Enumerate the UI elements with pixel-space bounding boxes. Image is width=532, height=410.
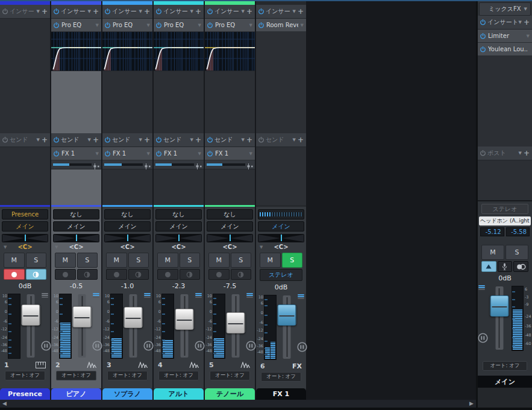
chevron-down-icon[interactable]: ▼ (96, 151, 99, 156)
channel-name-tab[interactable]: アルト (154, 388, 204, 400)
fader-db-value[interactable]: -7.5 (205, 282, 255, 291)
send-slot[interactable]: FX 1▼ (154, 147, 204, 160)
volume-fader[interactable] (123, 292, 143, 359)
insert-slot[interactable]: Pro EQ▼ (102, 19, 152, 32)
channel-mode-button[interactable]: ステレオ (260, 269, 302, 281)
power-icon[interactable] (258, 137, 264, 143)
automation-mode-button[interactable]: オート: オフ (158, 371, 199, 380)
power-icon[interactable] (207, 151, 213, 157)
chevron-down-icon[interactable]: ▼ (88, 9, 91, 14)
output-button[interactable]: メイン (258, 221, 304, 232)
channel-options-icon[interactable] (478, 285, 485, 290)
channel-mode-icon[interactable] (297, 342, 307, 355)
fader-cap[interactable] (22, 304, 40, 326)
peak-value-right[interactable]: -5.58 (506, 227, 530, 236)
automation-mode-button[interactable]: オート: オフ (210, 371, 250, 380)
send-level-slider[interactable] (51, 160, 101, 169)
volume-fader[interactable] (487, 284, 512, 352)
output-button[interactable]: メイン (104, 221, 151, 232)
power-icon[interactable] (207, 137, 213, 143)
power-icon[interactable] (156, 151, 161, 157)
fader-cap[interactable] (73, 306, 92, 327)
pan-value[interactable]: <C> (205, 243, 255, 251)
power-icon[interactable] (54, 137, 59, 143)
solo-button[interactable]: S (282, 253, 303, 268)
mute-button[interactable]: M (260, 253, 281, 268)
power-icon[interactable] (54, 8, 59, 14)
volume-fader[interactable] (174, 292, 195, 359)
output-button[interactable]: メイン (2, 221, 48, 232)
eq-curve-thumbnail[interactable] (205, 32, 255, 71)
channel-options-icon[interactable] (42, 293, 48, 298)
input-preset-button[interactable]: なし (104, 209, 151, 219)
pan-slider[interactable] (258, 234, 304, 242)
power-icon[interactable] (480, 33, 486, 39)
chevron-down-icon[interactable]: ▼ (249, 23, 252, 28)
monitor-button[interactable] (231, 269, 252, 280)
send-level-slider[interactable] (102, 160, 152, 169)
power-icon[interactable] (258, 22, 264, 28)
add-send-icon[interactable]: + (246, 137, 252, 143)
chevron-down-icon[interactable]: ▼ (519, 20, 522, 25)
send-fader-icon[interactable] (246, 163, 254, 170)
insert-slot[interactable]: Pro EQ▼ (205, 19, 255, 32)
add-post-icon[interactable]: + (524, 150, 530, 156)
channel-options-icon[interactable] (144, 293, 151, 298)
automation-mode-button[interactable]: オート: オフ (56, 371, 96, 380)
send-slot[interactable]: FX 1▼ (205, 147, 255, 160)
volume-fader[interactable] (20, 292, 41, 359)
chevron-down-icon[interactable]: ▼ (301, 23, 304, 28)
chevron-down-icon[interactable]: ▼ (519, 151, 522, 156)
fader-cap[interactable] (227, 312, 245, 333)
fader-cap[interactable] (175, 309, 194, 330)
solo-button[interactable]: S (128, 253, 149, 268)
add-insert-icon[interactable]: + (298, 8, 304, 14)
insert-slot[interactable]: Pro EQ▼ (154, 19, 204, 32)
input-preset-button[interactable]: なし (207, 209, 253, 219)
power-icon[interactable] (480, 150, 486, 156)
solo-button[interactable]: S (77, 253, 98, 268)
send-fader-icon[interactable] (93, 163, 100, 170)
stereo-pair-button[interactable] (513, 261, 528, 272)
volume-fader[interactable] (225, 292, 246, 359)
expand-triangle-icon[interactable]: ▼ (55, 245, 58, 250)
channel-options-icon[interactable] (93, 293, 99, 298)
chevron-down-icon[interactable]: ▼ (37, 9, 40, 14)
channel-options-icon[interactable] (298, 294, 304, 299)
add-send-icon[interactable]: + (42, 137, 48, 143)
power-icon[interactable] (2, 137, 8, 143)
mute-button[interactable]: M (157, 253, 178, 268)
power-icon[interactable] (207, 8, 213, 14)
power-icon[interactable] (480, 19, 486, 25)
mute-button[interactable]: M (4, 253, 25, 268)
add-send-icon[interactable]: + (93, 137, 99, 143)
power-icon[interactable] (105, 22, 110, 28)
pan-value[interactable]: <C> (154, 243, 204, 251)
input-preset-button[interactable]: Presence (2, 209, 48, 219)
insert-slot[interactable]: Youlean Lou.. (478, 43, 532, 56)
add-send-icon[interactable]: + (144, 137, 150, 143)
power-icon[interactable] (156, 137, 161, 143)
monitor-button[interactable] (26, 269, 47, 280)
record-arm-button[interactable] (4, 269, 25, 280)
monitor-button[interactable] (128, 269, 149, 280)
chevron-down-icon[interactable]: ▼ (147, 151, 150, 156)
channel-options-icon[interactable] (246, 293, 253, 298)
mute-button[interactable]: M (106, 253, 127, 268)
power-icon[interactable] (105, 151, 110, 157)
mute-button[interactable]: M (55, 253, 76, 268)
master-name-tab[interactable]: メイン (478, 376, 532, 388)
scroll-right-icon[interactable]: ▶ (469, 401, 474, 406)
send-level-slider[interactable] (154, 160, 204, 169)
channel-name-tab[interactable]: ソプラノ (102, 388, 152, 400)
power-icon[interactable] (258, 8, 264, 14)
pan-value[interactable]: ▼<C> (51, 243, 101, 251)
eq-curve-thumbnail[interactable] (51, 32, 101, 71)
input-preset-button[interactable]: なし (155, 209, 202, 219)
mute-button[interactable]: M (481, 245, 504, 260)
channel-name-tab[interactable]: テノール (205, 388, 255, 400)
fader-cap[interactable] (490, 295, 509, 317)
insert-slot[interactable]: Room Reverb▼ (256, 19, 306, 32)
automation-mode-button[interactable]: オート: オフ (107, 371, 148, 380)
insert-slot[interactable]: Pro EQ▼ (51, 19, 101, 32)
